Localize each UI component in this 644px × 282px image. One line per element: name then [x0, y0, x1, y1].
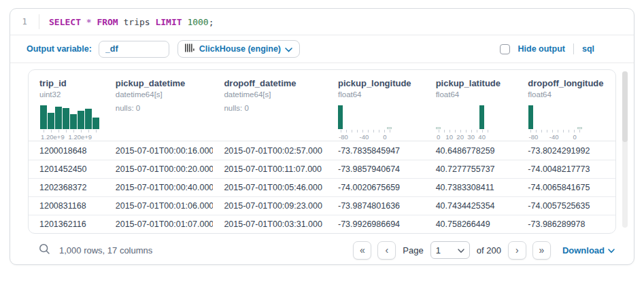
- cell-dropoff-datetime: 2015-07-01T00:11:07.000: [213, 164, 327, 174]
- cell-dropoff-datetime: 2015-07-01T00:02:57.000: [213, 146, 327, 156]
- column-header-trip-id: trip_id uint32 1.20e+91.20e+9: [29, 78, 105, 141]
- cell-pickup-longitude: -73.9926986694: [327, 219, 425, 229]
- cell-pickup-longitude: -73.9874801636: [327, 201, 425, 211]
- cell-pickup-longitude: -73.9857940674: [327, 164, 425, 174]
- next-page-button[interactable]: ›: [508, 241, 526, 260]
- column-dtype: uint32: [39, 90, 105, 99]
- column-dtype: datetime64[s]: [116, 90, 214, 99]
- cell-language-badge[interactable]: sql: [582, 44, 594, 54]
- column-dtype: float64: [436, 90, 518, 99]
- cell-pickup-latitude: 40.758266449: [425, 219, 518, 229]
- column-histogram[interactable]: -80-400: [338, 105, 392, 141]
- table-row[interactable]: 1202368372 2015-07-01T00:00:40.000 2015-…: [29, 178, 615, 196]
- code-editor[interactable]: 1 SELECT*FROMtripsLIMIT1000;: [10, 9, 634, 35]
- sql-cell-card: 1 SELECT*FROMtripsLIMIT1000; Output vari…: [10, 8, 634, 265]
- column-nulls-count: nulls: 0: [116, 104, 214, 112]
- column-name[interactable]: pickup_longitude: [338, 78, 425, 88]
- engine-select-button[interactable]: ClickHouse (engine): [177, 40, 300, 58]
- page-select-value: 1: [436, 245, 441, 255]
- clickhouse-logo-icon: [185, 43, 195, 55]
- cell-pickup-datetime: 2015-07-01T00:01:07.000: [105, 219, 214, 229]
- dataframe-table: trip_id uint32 1.20e+91.20e+9 pickup_dat…: [28, 69, 616, 234]
- cell-pickup-latitude: 40.7277755737: [425, 164, 518, 174]
- hide-output-label[interactable]: Hide output: [518, 44, 565, 54]
- search-icon[interactable]: [39, 243, 50, 258]
- last-page-icon: »: [539, 245, 544, 255]
- chevron-down-icon: [608, 245, 615, 255]
- output-variable-label: Output variable:: [27, 44, 92, 54]
- cell-trip-id: 1200831168: [29, 201, 105, 211]
- sql-keyword-select: SELECT: [49, 17, 81, 27]
- previous-page-icon: ‹: [386, 245, 389, 255]
- column-name[interactable]: pickup_datetime: [116, 78, 214, 88]
- column-name[interactable]: trip_id: [39, 78, 105, 88]
- cell-pickup-datetime: 2015-07-01T00:00:40.000: [105, 183, 214, 192]
- sql-table-name: trips: [124, 17, 150, 27]
- hide-output-checkbox[interactable]: [500, 44, 510, 54]
- page-label: Page: [403, 245, 423, 255]
- sql-keyword-from: FROM: [97, 17, 118, 27]
- cell-trip-id: 1202368372: [29, 183, 105, 192]
- column-histogram[interactable]: 1.20e+91.20e+9: [39, 105, 99, 141]
- cell-dropoff-datetime: 2015-07-01T00:05:46.000: [213, 183, 327, 192]
- cell-trip-id: 1201362116: [29, 219, 105, 229]
- cell-dropoff-longitude: -74.0065841675: [517, 183, 615, 192]
- column-dtype: datetime64[s]: [224, 90, 327, 99]
- download-button[interactable]: Download: [562, 245, 615, 255]
- sql-star-token: *: [86, 17, 92, 27]
- row-count-summary: 1,000 rows, 17 columns: [59, 245, 152, 255]
- column-header-dropoff-longitude: dropoff_longitude float64 -80-400: [517, 78, 615, 141]
- cell-pickup-longitude: -74.0020675659: [327, 183, 425, 192]
- cell-pickup-datetime: 2015-07-01T00:01:06.000: [105, 201, 214, 211]
- toolbar-divider: [573, 43, 574, 54]
- line-number: 1: [10, 17, 39, 27]
- cell-pickup-datetime: 2015-07-01T00:00:20.000: [105, 164, 214, 174]
- page-select[interactable]: 1: [430, 241, 470, 259]
- cell-dropoff-datetime: 2015-07-01T00:03:31.000: [213, 219, 327, 229]
- cell-dropoff-longitude: -73.8024291992: [517, 146, 615, 156]
- table-body: 1200018648 2015-07-01T00:00:16.000 2015-…: [29, 141, 615, 233]
- cell-pickup-latitude: 40.6486778259: [425, 146, 518, 156]
- table-row[interactable]: 1200018648 2015-07-01T00:00:16.000 2015-…: [29, 141, 615, 160]
- chevron-down-icon: [458, 245, 464, 255]
- table-header-row: trip_id uint32 1.20e+91.20e+9 pickup_dat…: [29, 70, 615, 141]
- cell-dropoff-longitude: -74.0048217773: [517, 164, 615, 174]
- download-label: Download: [562, 245, 605, 255]
- table-footer: 1,000 rows, 17 columns « ‹ Page 1 of 200…: [10, 234, 634, 265]
- column-name[interactable]: pickup_latitude: [436, 78, 518, 88]
- previous-page-button[interactable]: ‹: [377, 241, 396, 260]
- table-row[interactable]: 1201452450 2015-07-01T00:00:20.000 2015-…: [29, 160, 615, 178]
- column-header-pickup-datetime: pickup_datetime datetime64[s] nulls: 0: [105, 78, 214, 112]
- chevron-down-icon: [285, 43, 292, 55]
- column-dtype: float64: [528, 90, 615, 99]
- cell-pickup-latitude: 40.7434425354: [425, 201, 518, 211]
- column-name[interactable]: dropoff_longitude: [528, 78, 615, 88]
- column-header-pickup-longitude: pickup_longitude float64 -80-400: [327, 78, 425, 141]
- cell-pickup-longitude: -73.7835845947: [327, 146, 425, 156]
- table-row[interactable]: 1200831168 2015-07-01T00:01:06.000 2015-…: [29, 196, 615, 215]
- first-page-icon: «: [360, 245, 365, 255]
- column-histogram[interactable]: 010203040: [436, 105, 490, 141]
- scrollbar-thumb[interactable]: [622, 71, 628, 142]
- column-histogram[interactable]: -80-400: [528, 105, 582, 141]
- column-dtype: float64: [338, 90, 425, 99]
- output-variable-input[interactable]: [99, 41, 169, 58]
- cell-pickup-datetime: 2015-07-01T00:00:16.000: [105, 146, 214, 156]
- cell-dropoff-datetime: 2015-07-01T00:09:23.000: [213, 201, 327, 211]
- toolbar-right-group: Hide output sql: [500, 43, 595, 54]
- column-name[interactable]: dropoff_datetime: [224, 78, 327, 88]
- next-page-icon: ›: [515, 245, 519, 255]
- column-header-pickup-latitude: pickup_latitude float64 010203040: [425, 78, 518, 141]
- output-area: trip_id uint32 1.20e+91.20e+9 pickup_dat…: [10, 63, 634, 234]
- cell-toolbar: Output variable: ClickHouse (engine) Hid…: [10, 35, 634, 63]
- table-row[interactable]: 1201362116 2015-07-01T00:01:07.000 2015-…: [29, 215, 615, 233]
- cell-trip-id: 1201452450: [29, 164, 105, 174]
- vertical-scrollbar[interactable]: [622, 71, 628, 228]
- cell-dropoff-longitude: -74.0057525635: [517, 201, 615, 211]
- last-page-button[interactable]: »: [532, 241, 551, 260]
- engine-name-label: ClickHouse (engine): [199, 44, 281, 54]
- sql-keyword-limit: LIMIT: [155, 17, 182, 27]
- sql-code-line[interactable]: SELECT*FROMtripsLIMIT1000;: [39, 17, 214, 27]
- column-header-dropoff-datetime: dropoff_datetime datetime64[s] nulls: 0: [213, 78, 327, 112]
- first-page-button[interactable]: «: [353, 241, 371, 260]
